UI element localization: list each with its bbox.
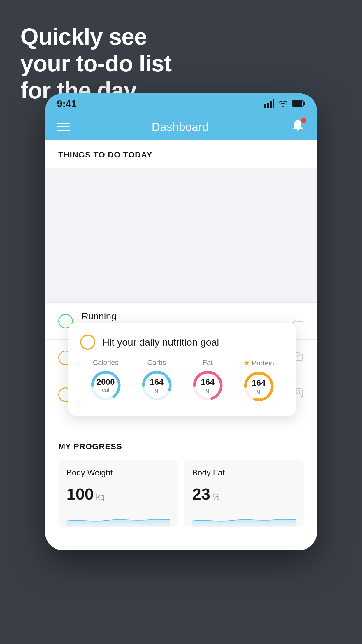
nutrition-card-header: Hit your daily nutrition goal bbox=[80, 335, 284, 350]
progress-chart-wave bbox=[66, 509, 170, 527]
headline-line1: Quickly see bbox=[20, 23, 171, 50]
progress-chart bbox=[66, 509, 170, 527]
macro-item: Fat 164 g bbox=[192, 358, 224, 402]
hamburger-line bbox=[57, 126, 70, 127]
macro-unit: g bbox=[150, 387, 164, 393]
macro-value: 2000 bbox=[96, 378, 115, 387]
nav-title: Dashboard bbox=[152, 120, 209, 134]
macro-unit: cal bbox=[96, 387, 115, 393]
macro-label: ★Protein bbox=[243, 358, 274, 368]
svg-rect-5 bbox=[292, 101, 302, 106]
todo-name: Running bbox=[82, 311, 282, 322]
macro-ring-text: 2000 cal bbox=[96, 378, 115, 393]
progress-value-row: 23 % bbox=[192, 484, 296, 503]
svg-point-19 bbox=[296, 390, 300, 393]
progress-card[interactable]: Body Weight 100 kg bbox=[58, 460, 178, 527]
progress-section-title: MY PROGRESS bbox=[58, 442, 304, 451]
progress-cards: Body Weight 100 kg Body Fat 23 % bbox=[58, 460, 304, 527]
macro-value: 164 bbox=[150, 378, 164, 387]
nutrition-card: Hit your daily nutrition goal Calories 2… bbox=[68, 323, 296, 416]
macro-unit: g bbox=[201, 387, 215, 393]
hamburger-menu[interactable] bbox=[57, 123, 70, 131]
shoe-icon bbox=[291, 316, 304, 325]
headline-line2: your to-do list bbox=[20, 50, 171, 77]
svg-rect-0 bbox=[264, 104, 266, 108]
macro-item: Calories 2000 cal bbox=[90, 358, 122, 402]
svg-rect-1 bbox=[267, 103, 269, 108]
hamburger-line bbox=[57, 130, 70, 131]
progress-card[interactable]: Body Fat 23 % bbox=[184, 460, 304, 527]
things-section-title: THINGS TO DO TODAY bbox=[58, 150, 152, 159]
nav-bar: Dashboard bbox=[45, 114, 317, 140]
macro-label: Calories bbox=[93, 358, 118, 367]
svg-rect-2 bbox=[270, 101, 272, 108]
nutrition-card-title: Hit your daily nutrition goal bbox=[102, 337, 219, 348]
macro-label: Carbs bbox=[147, 358, 166, 367]
macro-ring-text: 164 g bbox=[201, 378, 215, 393]
hamburger-line bbox=[57, 123, 70, 124]
phone-mockup: 9:41 bbox=[45, 93, 317, 550]
macro-item: ★Protein 164 g bbox=[243, 358, 275, 402]
bottom-padding bbox=[45, 538, 317, 550]
macro-label: Fat bbox=[203, 358, 213, 367]
macro-ring: 164 g bbox=[243, 370, 275, 402]
progress-unit: % bbox=[212, 492, 220, 502]
macro-ring: 164 g bbox=[192, 370, 224, 402]
progress-chart-wave bbox=[192, 509, 296, 527]
macro-item: Carbs 164 g bbox=[141, 358, 173, 402]
macro-ring: 2000 cal bbox=[90, 370, 122, 402]
progress-card-label: Body Fat bbox=[192, 468, 296, 477]
battery-icon bbox=[292, 100, 305, 107]
notification-dot bbox=[301, 118, 306, 123]
macro-ring: 164 g bbox=[141, 370, 173, 402]
macro-value: 164 bbox=[201, 378, 215, 387]
nutrition-macros: Calories 2000 cal Carbs 164 bbox=[80, 358, 284, 402]
status-icons bbox=[264, 99, 305, 108]
macro-value: 164 bbox=[252, 379, 266, 388]
notification-button[interactable] bbox=[291, 119, 305, 135]
svg-rect-6 bbox=[304, 102, 305, 105]
progress-value: 23 bbox=[192, 484, 210, 503]
status-time: 9:41 bbox=[57, 98, 77, 109]
progress-section: MY PROGRESS Body Weight 100 kg Body Fat bbox=[45, 430, 317, 538]
progress-unit: kg bbox=[96, 492, 105, 502]
svg-rect-3 bbox=[273, 99, 274, 108]
headline: Quickly see your to-do list for the day. bbox=[20, 23, 171, 104]
macro-unit: g bbox=[252, 388, 266, 394]
progress-chart bbox=[192, 509, 296, 527]
wifi-icon bbox=[278, 99, 288, 108]
star-icon: ★ bbox=[243, 358, 250, 368]
progress-card-label: Body Weight bbox=[66, 468, 170, 477]
status-bar: 9:41 bbox=[45, 93, 317, 114]
progress-value: 100 bbox=[66, 484, 94, 503]
things-section: THINGS TO DO TODAY bbox=[45, 140, 317, 160]
macro-ring-text: 164 g bbox=[150, 378, 164, 393]
progress-value-row: 100 kg bbox=[66, 484, 170, 503]
nutrition-check-circle[interactable] bbox=[80, 335, 95, 350]
macro-ring-text: 164 g bbox=[252, 379, 266, 394]
signal-icon bbox=[264, 99, 274, 108]
